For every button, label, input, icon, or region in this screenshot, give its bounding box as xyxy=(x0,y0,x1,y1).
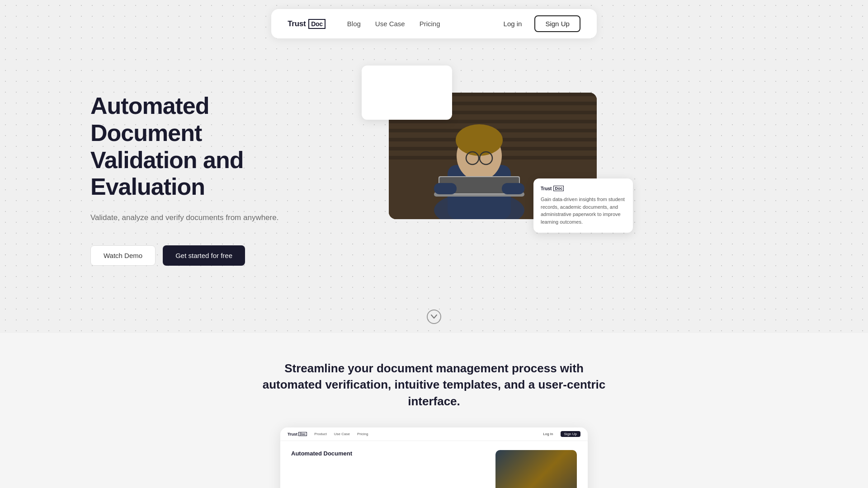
nav-links: Blog Use Case Pricing xyxy=(347,20,440,28)
card-logo-mini: Trust Doc xyxy=(541,186,626,191)
logo[interactable]: Trust Doc xyxy=(288,19,326,29)
nav-link-usecase[interactable]: Use Case xyxy=(375,20,405,28)
hero-subtitle: Validate, analyze and verify documents f… xyxy=(90,211,316,224)
preview-signup: Sign Up xyxy=(561,431,580,437)
get-started-button[interactable]: Get started for free xyxy=(163,245,245,266)
card-description: Gain data-driven insights from student r… xyxy=(541,196,626,225)
svg-rect-20 xyxy=(434,183,457,194)
hero-buttons: Watch Demo Get started for free xyxy=(90,245,316,266)
svg-rect-21 xyxy=(502,183,524,194)
preview-nav-pricing: Pricing xyxy=(357,432,368,436)
preview-hero: Automated Document xyxy=(280,441,588,488)
scroll-indicator xyxy=(0,300,868,333)
logo-text: Trust xyxy=(288,19,306,28)
card-logo-text: Trust xyxy=(541,186,552,191)
nav-actions: Log in Sign Up xyxy=(498,15,580,32)
section2: Streamline your document management proc… xyxy=(0,333,868,488)
nav-link-blog[interactable]: Blog xyxy=(347,20,361,28)
preview-logo: Trust Doc xyxy=(288,432,307,436)
preview-logo-text: Trust xyxy=(288,432,297,436)
floating-card-top xyxy=(362,66,452,120)
preview-logo-box: Doc xyxy=(298,432,307,436)
preview-hero-image xyxy=(495,450,577,488)
logo-box: Doc xyxy=(308,19,326,29)
preview-nav-usecase: Use Case xyxy=(334,432,350,436)
signup-button[interactable]: Sign Up xyxy=(534,15,580,32)
svg-rect-5 xyxy=(389,120,597,123)
hero-title-line1: Automated Document xyxy=(90,93,209,146)
preview-navbar: Trust Doc Product Use Case Pricing Log I… xyxy=(280,427,588,441)
watch-demo-button[interactable]: Watch Demo xyxy=(90,245,156,266)
navbar-wrapper: Trust Doc Blog Use Case Pricing Log in S… xyxy=(0,0,868,38)
login-button[interactable]: Log in xyxy=(498,16,528,31)
section2-preview-window: Trust Doc Product Use Case Pricing Log I… xyxy=(280,427,588,488)
hero-title-line2: Validation and Evaluation xyxy=(90,147,244,200)
hero-section: Automated Document Validation and Evalua… xyxy=(0,38,868,300)
preview-login: Log In xyxy=(543,432,553,436)
svg-point-13 xyxy=(456,124,503,156)
hero-left: Automated Document Validation and Evalua… xyxy=(90,66,316,266)
preview-hero-title: Automated Document xyxy=(291,450,486,457)
chevron-down-icon xyxy=(431,314,437,319)
preview-nav-product: Product xyxy=(314,432,327,436)
hero-title: Automated Document Validation and Evalua… xyxy=(90,93,316,201)
navbar: Trust Doc Blog Use Case Pricing Log in S… xyxy=(271,9,597,38)
section2-title: Streamline your document management proc… xyxy=(253,360,615,409)
preview-hero-left: Automated Document xyxy=(291,450,486,488)
card-logo-box-mini: Doc xyxy=(553,186,564,191)
floating-card-bottom: Trust Doc Gain data-driven insights from… xyxy=(533,178,633,233)
scroll-chevron-button[interactable] xyxy=(427,310,441,324)
nav-link-pricing[interactable]: Pricing xyxy=(420,20,440,28)
hero-right: Trust Doc Gain data-driven insights from… xyxy=(353,66,778,282)
